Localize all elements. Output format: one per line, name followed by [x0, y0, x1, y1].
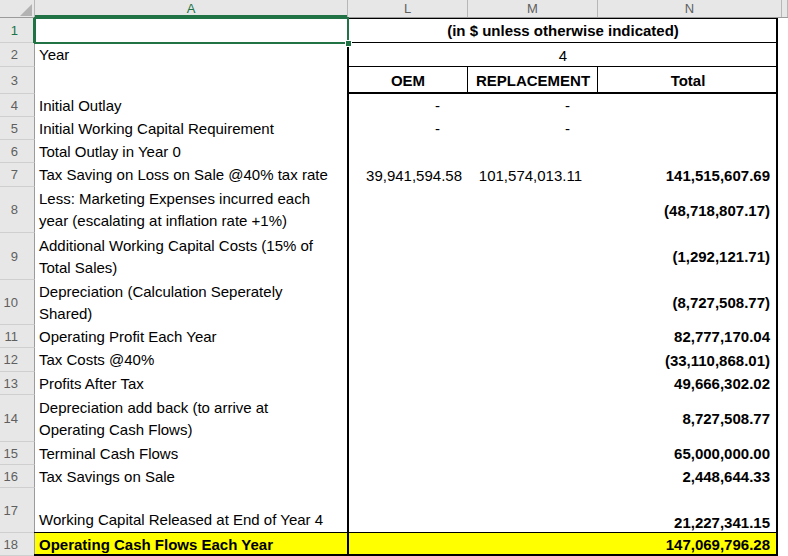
cell-title-merged[interactable]: (in $ unless otherwise indicated): [348, 18, 778, 43]
cell-oem-value[interactable]: [348, 442, 468, 465]
column-header-a[interactable]: A: [35, 0, 348, 17]
active-cell-selection-border[interactable]: [34, 17, 349, 44]
cell-header-oem[interactable]: OEM: [348, 67, 468, 94]
cell-replacement-value[interactable]: [468, 233, 598, 280]
cell-oem-value[interactable]: -: [348, 94, 468, 117]
cell-replacement-value[interactable]: -: [468, 117, 598, 140]
cell-oem-value[interactable]: [348, 233, 468, 280]
cell-oem-value[interactable]: 39,941,594.58: [348, 163, 468, 187]
cell-oem-value[interactable]: [348, 140, 468, 163]
cell-rest: [778, 18, 788, 43]
cell-total-value[interactable]: 147,069,796.28: [598, 533, 778, 556]
cell-total-value[interactable]: 8,727,508.77: [598, 395, 778, 442]
cell-total-value[interactable]: 141,515,607.69: [598, 163, 778, 187]
cell-total-value[interactable]: (8,727,508.77): [598, 280, 778, 325]
row-number-3[interactable]: 3: [0, 67, 35, 94]
cell-total-value[interactable]: (33,110,868.01): [598, 348, 778, 372]
row-number[interactable]: 11: [0, 325, 35, 348]
row-number[interactable]: 5: [0, 117, 35, 140]
cell-total-value[interactable]: 65,000,000.00: [598, 442, 778, 465]
cell-year-value-merged[interactable]: 4: [348, 43, 778, 67]
cell-label[interactable]: Terminal Cash Flows: [35, 442, 348, 465]
cell-label[interactable]: Initial Outlay: [35, 94, 348, 117]
column-header-rest: [782, 0, 788, 17]
cell-total-value[interactable]: [598, 140, 778, 163]
cell-oem-value[interactable]: -: [348, 117, 468, 140]
row-number-2[interactable]: 2: [0, 43, 35, 67]
cell-label[interactable]: Depreciation add back (to arrive at Oper…: [35, 395, 348, 442]
cell-replacement-value[interactable]: [468, 372, 598, 395]
row-number[interactable]: 4: [0, 94, 35, 117]
cell-label[interactable]: Total Outlay in Year 0: [35, 140, 348, 163]
cell-total-value[interactable]: (1,292,121.71): [598, 233, 778, 280]
cell-label[interactable]: Additional Working Capital Costs (15% of…: [35, 233, 348, 280]
cell-total-value[interactable]: (48,718,807.17): [598, 187, 778, 233]
row-number[interactable]: 6: [0, 140, 35, 163]
cell-oem-value[interactable]: [348, 372, 468, 395]
cell-replacement-value[interactable]: [468, 465, 598, 488]
cell-total-value[interactable]: 2,448,644.33: [598, 465, 778, 488]
fill-handle[interactable]: [345, 40, 352, 47]
cell-label[interactable]: Operating Profit Each Year: [35, 325, 348, 348]
row-number[interactable]: 16: [0, 465, 35, 488]
cell-oem-value[interactable]: [348, 187, 468, 233]
cell-replacement-value[interactable]: [468, 488, 598, 533]
cell-label[interactable]: Tax Saving on Loss on Sale @40% tax rate: [35, 163, 348, 187]
cell-oem-value[interactable]: [348, 533, 468, 556]
row-number[interactable]: 8: [0, 187, 35, 233]
column-header-l[interactable]: L: [348, 0, 468, 17]
table-border-top: [347, 18, 778, 19]
cell-replacement-value[interactable]: -: [468, 94, 598, 117]
cell-year-label[interactable]: Year: [35, 43, 348, 67]
table-border-row2-row3: [347, 66, 778, 67]
cell-replacement-value[interactable]: [468, 280, 598, 325]
cell-replacement-value[interactable]: [468, 140, 598, 163]
select-all-corner[interactable]: [0, 0, 35, 17]
cell-replacement-value[interactable]: [468, 325, 598, 348]
cell-oem-value[interactable]: [348, 348, 468, 372]
cell-label[interactable]: Operating Cash Flows Each Year: [35, 533, 348, 556]
cell-a3[interactable]: [35, 67, 348, 94]
row-number[interactable]: 12: [0, 348, 35, 372]
cell-label[interactable]: Working Capital Released at End of Year …: [35, 488, 348, 533]
cell-total-value[interactable]: 21,227,341.15: [598, 488, 778, 533]
row-number[interactable]: 7: [0, 163, 35, 187]
cell-oem-value[interactable]: [348, 325, 468, 348]
spreadsheet: A L M N 1 (in $ unless otherwise indicat…: [0, 0, 788, 556]
row-number[interactable]: 13: [0, 372, 35, 395]
row-number[interactable]: 14: [0, 395, 35, 442]
row-number[interactable]: 15: [0, 442, 35, 465]
cell-replacement-value[interactable]: [468, 348, 598, 372]
cell-replacement-value[interactable]: [468, 187, 598, 233]
cell-total-value[interactable]: [598, 94, 778, 117]
cell-label[interactable]: Depreciation (Calculation Seperately Sha…: [35, 280, 348, 325]
cell-label[interactable]: Tax Costs @40%: [35, 348, 348, 372]
table-border-right: [776, 18, 778, 556]
cell-replacement-value[interactable]: [468, 442, 598, 465]
cell-oem-value[interactable]: [348, 395, 468, 442]
cell-total-value[interactable]: 82,777,170.04: [598, 325, 778, 348]
cell-oem-value[interactable]: [348, 465, 468, 488]
cell-label[interactable]: Less: Marketing Expenses incurred each y…: [35, 187, 348, 233]
cell-header-total[interactable]: Total: [598, 67, 778, 94]
cell-total-value[interactable]: [598, 117, 778, 140]
cell-total-value[interactable]: 49,666,302.02: [598, 372, 778, 395]
cell-header-replacement[interactable]: REPLACEMENT: [468, 67, 598, 94]
column-header-m[interactable]: M: [468, 0, 598, 17]
cell-oem-value[interactable]: [348, 280, 468, 325]
row-11: 11 Operating Profit Each Year 82,777,170…: [0, 325, 788, 348]
row-6: 6 Total Outlay in Year 0: [0, 140, 788, 163]
cell-replacement-value[interactable]: [468, 533, 598, 556]
row-number[interactable]: 9: [0, 233, 35, 280]
cell-label[interactable]: Tax Savings on Sale: [35, 465, 348, 488]
column-header-n[interactable]: N: [598, 0, 782, 17]
row-number[interactable]: 17: [0, 488, 35, 533]
row-number[interactable]: 10: [0, 280, 35, 325]
row-number-1[interactable]: 1: [0, 18, 35, 43]
row-number[interactable]: 18: [0, 533, 35, 556]
cell-replacement-value[interactable]: [468, 395, 598, 442]
cell-label[interactable]: Profits After Tax: [35, 372, 348, 395]
cell-oem-value[interactable]: [348, 488, 468, 533]
cell-label[interactable]: Initial Working Capital Requirement: [35, 117, 348, 140]
cell-replacement-value[interactable]: 101,574,013.11: [468, 163, 598, 187]
